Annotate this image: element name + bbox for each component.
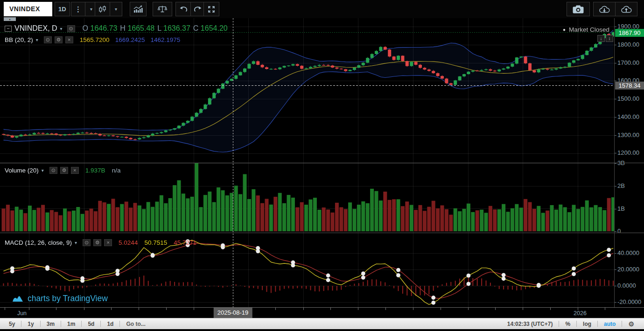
undo-arrow-icon [179, 6, 187, 13]
chevron-down-icon: ▾ [90, 7, 92, 12]
compare-button[interactable] [153, 2, 172, 16]
low-value: 1636.37 [163, 24, 190, 32]
gear-icon[interactable]: ⚙ [60, 167, 68, 174]
snapshot-button[interactable] [567, 2, 589, 16]
macd-title[interactable]: MACD (12, 26, close, 9) [5, 239, 72, 246]
separator [40, 321, 41, 327]
close-icon[interactable]: × [104, 239, 112, 246]
restore-scale-button[interactable]: ↕ [606, 35, 613, 42]
range-button-1m[interactable]: 1m [63, 321, 79, 327]
log-scale-button[interactable]: log [579, 321, 595, 327]
auto-scale-button[interactable]: auto [600, 321, 620, 327]
time-tick [385, 308, 386, 310]
time-label: Jun [17, 310, 27, 317]
interval-button[interactable]: 1D [55, 2, 70, 16]
eye-icon[interactable]: ⊙ [44, 36, 52, 43]
bb-title[interactable]: BB (20, 2) [5, 36, 33, 43]
scroll-down-button[interactable]: ↓ [597, 35, 605, 42]
percent-scale-button[interactable]: % [561, 321, 574, 327]
gear-icon[interactable]: ⚙ [55, 36, 63, 43]
goto-button[interactable]: Go to... [122, 321, 149, 327]
gear-icon[interactable]: ⚙ [624, 320, 638, 328]
indicators-icon [133, 5, 143, 13]
chevron-down-icon[interactable]: ▾ [36, 37, 38, 42]
axis-label: 2B [617, 182, 644, 189]
chevron-up-icon: ▲ [9, 18, 11, 21]
close-icon[interactable]: × [71, 167, 79, 174]
fullscreen-button[interactable] [204, 2, 219, 16]
time-tick [330, 308, 331, 310]
undo-button[interactable] [176, 2, 190, 16]
time-axis[interactable]: Jun2026 2025-08-19 [0, 307, 644, 318]
bottom-right-controls: 14:02:33 (UTC+7) % log auto ⚙ [503, 320, 638, 328]
bb-upper-value: 1669.2425 [115, 36, 145, 43]
close-label: C [193, 24, 199, 32]
chevron-down-icon[interactable]: ▾ [75, 240, 77, 245]
pane-divider[interactable] [0, 233, 644, 233]
eye-icon[interactable]: ⊙ [67, 25, 75, 32]
pane-divider[interactable] [0, 163, 644, 163]
volume-title[interactable]: Volume (20) [5, 167, 39, 174]
volume-ma-value: 1.937B [85, 167, 105, 174]
range-button-5d[interactable]: 5d [84, 321, 98, 327]
axis-label: 1800.00 [617, 41, 644, 48]
scales-icon [158, 5, 167, 13]
save-chart-button[interactable] [615, 2, 637, 16]
clock-timezone-button[interactable]: 14:02:33 (UTC+7) [503, 321, 557, 327]
eye-icon[interactable]: ⊙ [49, 167, 57, 174]
main-series-legend: − VNINDEX, D ▾ ⊙ O 1646.73 H 1665.48 L 1… [5, 24, 228, 33]
chart-area: − VNINDEX, D ▾ ⊙ O 1646.73 H 1665.48 L 1… [0, 18, 644, 307]
range-button-3m[interactable]: 3m [42, 321, 59, 327]
high-label: H [120, 24, 126, 32]
time-tick [194, 308, 194, 310]
redo-arrow-icon [194, 6, 202, 13]
time-tick [495, 308, 496, 310]
load-chart-button[interactable] [594, 2, 615, 16]
cloud-upload-icon [620, 5, 632, 14]
axis-label: 1300.00 [617, 131, 644, 138]
indicators-button[interactable] [130, 2, 146, 16]
gear-icon[interactable]: ⚙ [93, 239, 101, 246]
symbol-input[interactable]: VNINDEX [4, 2, 52, 16]
collapse-pane-button[interactable]: − [5, 26, 12, 32]
volume-legend: Volume (20) ▾ ⊙ ⚙ × 1.937B n/a [5, 167, 120, 174]
time-tick [84, 308, 84, 310]
separator [100, 321, 101, 327]
chevron-down-icon: ▾ [115, 7, 117, 12]
chart-style-caret[interactable]: ▾ [110, 2, 122, 16]
tradingview-watermark[interactable]: charts by TradingView [12, 294, 108, 303]
bottom-toolbar: 5y1y3m1m5d1d Go to... 14:02:33 (UTC+7) %… [0, 318, 644, 329]
tradingview-logo-icon [12, 295, 23, 303]
market-status: ● Market Closed [563, 26, 609, 33]
time-tick [303, 308, 304, 310]
range-button-5y[interactable]: 5y [5, 321, 19, 327]
interval-menu-button[interactable]: ⋮ [71, 2, 85, 16]
market-status-text: Market Closed [569, 26, 609, 33]
close-icon[interactable]: × [65, 36, 73, 43]
axis-label: 1200.00 [617, 149, 644, 156]
camera-icon [573, 5, 584, 14]
chart-style-button[interactable] [95, 2, 110, 16]
time-label: 2026 [574, 310, 587, 317]
toolbar-collapse-tab[interactable]: ▲ [4, 17, 16, 21]
separator [559, 321, 559, 327]
volume-na-value: n/a [112, 167, 121, 174]
time-tick [413, 308, 413, 310]
axis-label: 0 [617, 228, 644, 234]
time-tick [56, 308, 56, 310]
time-tick [166, 308, 167, 310]
separator [81, 321, 82, 327]
range-button-1y[interactable]: 1y [23, 321, 38, 327]
series-title[interactable]: VNINDEX, D [14, 24, 57, 33]
eye-icon[interactable]: ⊙ [83, 239, 91, 246]
range-button-1d[interactable]: 1d [103, 321, 118, 327]
separator [61, 321, 61, 327]
separator [119, 321, 120, 327]
axis-label: 1400.00 [617, 113, 644, 120]
crosshair-price-badge: 1578.34 [615, 82, 644, 90]
macd-hist-value: 5.0244 [119, 239, 138, 246]
range-buttons: 5y1y3m1m5d1d Go to... [5, 321, 150, 327]
chevron-down-icon[interactable]: ▾ [60, 26, 63, 31]
chevron-down-icon[interactable]: ▾ [42, 168, 44, 173]
close-value: 1654.20 [201, 24, 228, 32]
